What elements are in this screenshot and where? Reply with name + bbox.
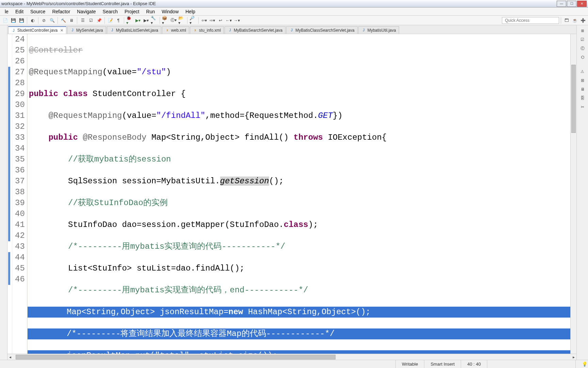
menu-file[interactable]: le <box>1 8 12 15</box>
data-source-icon[interactable]: 🗄 <box>579 95 586 102</box>
save-all-icon[interactable]: 💾 <box>18 17 25 24</box>
tab-mybatisutil[interactable]: J MybatisUtil.java <box>358 26 399 34</box>
java-file-icon: J <box>70 28 75 33</box>
java-file-icon: J <box>361 28 366 33</box>
method-range-marker <box>8 252 10 285</box>
menu-search[interactable]: Search <box>99 8 121 15</box>
debug-icon[interactable]: 🐞▾ <box>126 17 133 24</box>
horizontal-scrollbar[interactable]: ◂ ▸ <box>7 354 576 360</box>
skip-icon[interactable]: ⊘ <box>40 17 48 24</box>
perspective-jee-icon[interactable]: 🗔 <box>563 17 570 24</box>
tab-label: MyBatisClassSearchServlet.java <box>295 28 354 33</box>
menu-navigate[interactable]: Navigate <box>74 8 99 15</box>
new-class-icon[interactable]: Ⓒ▾ <box>170 17 177 24</box>
quick-access-input[interactable] <box>502 17 559 24</box>
java-file-icon: J <box>11 28 16 33</box>
method-range-marker <box>8 67 10 241</box>
new-icon[interactable]: 📄 <box>1 17 9 24</box>
tab-label: StudentController.java <box>17 28 58 33</box>
servers-icon[interactable]: 🖥 <box>579 86 586 93</box>
status-writable: Writable <box>395 360 424 368</box>
separator <box>124 17 124 24</box>
class-icon[interactable]: Ⓒ <box>579 45 586 52</box>
hierarchy-icon[interactable]: ⌬ <box>579 54 586 61</box>
marker-strip <box>7 34 12 354</box>
java-file-icon: J <box>110 28 115 33</box>
separator <box>198 17 199 24</box>
coverage-icon[interactable]: ▶▾ <box>142 17 150 24</box>
menu-project[interactable]: Project <box>121 8 143 15</box>
text-icon[interactable]: 📝 <box>107 17 114 24</box>
tab-mybatissearch[interactable]: J MyBatisSearchServlet.java <box>225 26 285 34</box>
window-controls: — ☐ ✕ <box>557 1 587 7</box>
menubar: le Edit Source Refactor Navigate Search … <box>0 7 588 16</box>
separator <box>104 17 105 24</box>
properties-icon[interactable]: ⊞ <box>579 77 586 84</box>
separator <box>77 17 77 24</box>
status-insert: Smart Insert <box>424 360 461 368</box>
separator <box>187 17 187 24</box>
tab-mybatisclasssearch[interactable]: J MyBatisClassSearchServlet.java <box>286 26 357 34</box>
open-type-icon[interactable]: 📂▾ <box>178 17 185 24</box>
toggle-block-icon[interactable]: ☰ <box>79 17 86 24</box>
right-views-pane: ≣ ☑ Ⓒ ⌬ ⚠ ⊞ 🖥 🗄 ✂ <box>576 25 588 360</box>
vertical-scroll-thumb[interactable] <box>571 65 576 133</box>
status-bar: Writable Smart Insert 40 : 40 💡 <box>0 360 588 368</box>
build-icon[interactable]: 🔨 <box>60 17 67 24</box>
menu-edit[interactable]: Edit <box>12 8 27 15</box>
window-titlebar: workspace - MyWebPro/src/com/controller/… <box>0 0 588 7</box>
tab-stuinfoxml[interactable]: x stu_info.xml <box>190 26 224 34</box>
java-file-icon: J <box>228 28 232 33</box>
nav-fwd-icon[interactable]: →▾ <box>233 17 241 24</box>
toggle-breadcrumb-icon[interactable]: ◐ <box>29 17 36 24</box>
nav-back-icon[interactable]: ←▾ <box>225 17 232 24</box>
forward-icon[interactable]: ⇨▾ <box>209 17 216 24</box>
horizontal-scroll-thumb[interactable] <box>16 355 336 359</box>
save-icon[interactable]: 💾 <box>10 17 17 24</box>
status-tip-icon[interactable]: 💡 <box>575 360 588 368</box>
scroll-left-icon[interactable]: ◂ <box>7 354 13 360</box>
menu-run[interactable]: Run <box>143 8 159 15</box>
separator <box>38 17 38 24</box>
snippets-icon[interactable]: ✂ <box>579 104 586 110</box>
tab-myservlet[interactable]: J MyServlet.java <box>67 26 106 34</box>
tab-label: web.xml <box>171 28 186 33</box>
ext-tools-icon[interactable]: 🔧▾ <box>150 17 158 24</box>
separator <box>58 17 58 24</box>
run-icon[interactable]: ▶▾ <box>134 17 142 24</box>
pin-icon[interactable]: 📌 <box>95 17 103 24</box>
para-icon[interactable]: ¶ <box>115 17 122 24</box>
tab-mybatislist[interactable]: J MyBatisListServlet.java <box>107 26 161 34</box>
scroll-right-icon[interactable]: ▸ <box>571 354 576 360</box>
perspective-java-icon[interactable]: ☕ <box>571 17 578 24</box>
menu-help[interactable]: Help <box>182 8 199 15</box>
code-body[interactable]: @Controller @RequestMapping(value="/stu"… <box>28 34 570 354</box>
maximize-button[interactable]: ☐ <box>567 1 576 7</box>
tab-webxml[interactable]: x web.xml <box>162 26 189 34</box>
search-icon[interactable]: 🔍 <box>48 17 56 24</box>
close-icon[interactable]: ✕ <box>60 28 63 33</box>
minimize-button[interactable]: — <box>557 1 566 7</box>
task-list-icon[interactable]: ☑ <box>579 36 586 43</box>
server-icon[interactable]: 🖥 <box>68 17 75 24</box>
code-area[interactable]: 24 25 26 27 28 29 30 31 32 33 34 35 36 3… <box>7 34 576 354</box>
editor-tabs: J StudentController.java ✕ J MyServlet.j… <box>7 25 576 34</box>
menu-refactor[interactable]: Refactor <box>49 8 74 15</box>
new-package-icon[interactable]: 📦▾ <box>162 17 169 24</box>
separator <box>27 17 27 24</box>
outline-icon[interactable]: ≣ <box>579 27 586 34</box>
main-toolbar: 📄 💾 💾 ◐ ⊘ 🔍 🔨 🖥 ☰ ☑ 📌 📝 ¶ 🐞▾ ▶▾ ▶▾ 🔧▾ 📦▾… <box>0 16 588 25</box>
vertical-scrollbar[interactable] <box>570 34 576 354</box>
close-button[interactable]: ✕ <box>577 1 587 7</box>
window-title: workspace - MyWebPro/src/com/controller/… <box>1 1 557 6</box>
open-task-icon[interactable]: 🔎▾ <box>189 17 197 24</box>
back-icon[interactable]: ⇦▾ <box>200 17 208 24</box>
perspective-open-icon[interactable]: ➕ <box>579 17 587 24</box>
last-edit-icon[interactable]: ↩ <box>217 17 224 24</box>
tab-studentcontroller[interactable]: J StudentController.java ✕ <box>8 26 66 34</box>
tab-label: stu_info.xml <box>199 28 221 33</box>
markers-icon[interactable]: ⚠ <box>579 68 586 75</box>
toggle-mark-icon[interactable]: ☑ <box>87 17 95 24</box>
menu-window[interactable]: Window <box>158 8 182 15</box>
menu-source[interactable]: Source <box>27 8 49 15</box>
